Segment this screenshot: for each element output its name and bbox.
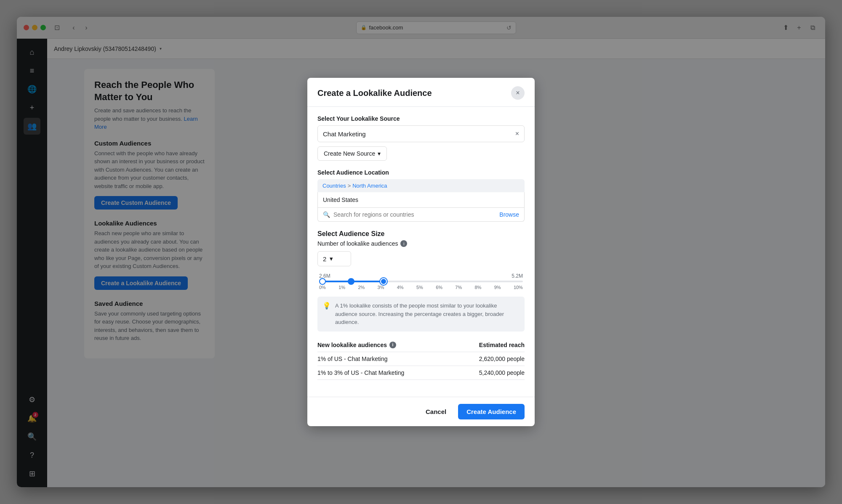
table-header-info-icon[interactable]: i <box>389 342 396 348</box>
tick-1: 1% <box>338 285 345 290</box>
tick-7: 7% <box>455 285 462 290</box>
audience-size-label: Select Audience Size <box>317 230 525 238</box>
source-clear-button[interactable]: × <box>515 130 519 138</box>
create-source-button[interactable]: Create New Source ▾ <box>317 146 387 161</box>
modal-body: Select Your Lookalike Source Chat Market… <box>307 107 535 397</box>
table-row: 1% of US - Chat Marketing 2,620,000 peop… <box>317 352 525 366</box>
audience-row-1-name: 1% of US - Chat Marketing <box>317 355 388 362</box>
modal-footer: Cancel Create Audience <box>307 397 535 426</box>
location-selected-country: United States <box>317 192 525 208</box>
table-header-name: New lookalike audiences i <box>317 342 396 348</box>
table-header-reach: Estimated reach <box>479 342 525 348</box>
tick-2: 2% <box>358 285 365 290</box>
tick-10: 10% <box>514 285 523 290</box>
slider-ticks: 0% 1% 2% 3% 4% 5% 6% 7% 8% 9% 10% <box>319 285 523 290</box>
audience-row-1-reach: 2,620,000 people <box>479 355 525 362</box>
create-source-label: Create New Source <box>324 150 375 157</box>
tick-9: 9% <box>494 285 501 290</box>
tip-bulb-icon: 💡 <box>322 302 331 326</box>
create-source-arrow: ▾ <box>378 150 381 157</box>
tick-4: 4% <box>397 285 404 290</box>
source-selected-value: Chat Marketing <box>323 130 515 138</box>
slider-track[interactable] <box>319 281 523 282</box>
audience-table: New lookalike audiences i Estimated reac… <box>317 338 525 380</box>
location-search-row: 🔍 Browse <box>317 208 525 222</box>
num-lookalike-info-icon[interactable]: i <box>400 240 407 247</box>
tip-box: 💡 A 1% lookalike consists of the people … <box>317 297 525 332</box>
tick-3: 3% <box>378 285 384 290</box>
slider-thumb-2[interactable] <box>348 278 354 285</box>
create-lookalike-modal: Create a Lookalike Audience × Select You… <box>307 78 535 426</box>
tick-8: 8% <box>475 285 482 290</box>
tip-text: A 1% lookalike consists of the people mo… <box>335 302 520 326</box>
cancel-button[interactable]: Cancel <box>419 405 453 419</box>
number-select-value: 2 <box>323 255 326 263</box>
modal-header: Create a Lookalike Audience × <box>307 78 535 107</box>
location-search-input[interactable] <box>333 211 496 218</box>
source-label: Select Your Lookalike Source <box>317 115 525 122</box>
tick-0: 0% <box>319 285 326 290</box>
audience-row-2-name: 1% to 3% of US - Chat Marketing <box>317 369 404 376</box>
audience-table-header: New lookalike audiences i Estimated reac… <box>317 338 525 352</box>
audience-size-slider: 2.6M 5.2M 0% 1% 2% 3% 4% 5% 6% <box>317 273 525 290</box>
browse-button[interactable]: Browse <box>499 211 519 218</box>
modal-title: Create a Lookalike Audience <box>317 88 432 98</box>
number-select-dropdown[interactable]: 2 ▾ <box>317 251 351 266</box>
number-select-arrow: ▾ <box>330 255 333 263</box>
source-input-wrapper[interactable]: Chat Marketing × <box>317 125 525 142</box>
slider-thumb-3[interactable] <box>380 278 387 285</box>
location-search-icon: 🔍 <box>323 211 330 218</box>
breadcrumb-current[interactable]: North America <box>352 183 387 189</box>
tick-6: 6% <box>436 285 442 290</box>
breadcrumb-separator: > <box>348 183 351 189</box>
tick-5: 5% <box>416 285 423 290</box>
audience-row-2-reach: 5,240,000 people <box>479 369 525 376</box>
modal-overlay: Create a Lookalike Audience × Select You… <box>0 0 842 504</box>
slider-thumb-1[interactable] <box>319 278 326 285</box>
breadcrumb-countries-link[interactable]: Countries <box>322 183 346 189</box>
create-audience-button[interactable]: Create Audience <box>458 404 525 419</box>
table-row: 1% to 3% of US - Chat Marketing 5,240,00… <box>317 366 525 380</box>
slider-label-right: 5.2M <box>512 273 523 279</box>
modal-close-button[interactable]: × <box>511 86 525 100</box>
location-label: Select Audience Location <box>317 169 525 176</box>
location-breadcrumb: Countries > North America <box>317 179 525 192</box>
num-lookalike-label: Number of lookalike audiences i <box>317 240 525 247</box>
